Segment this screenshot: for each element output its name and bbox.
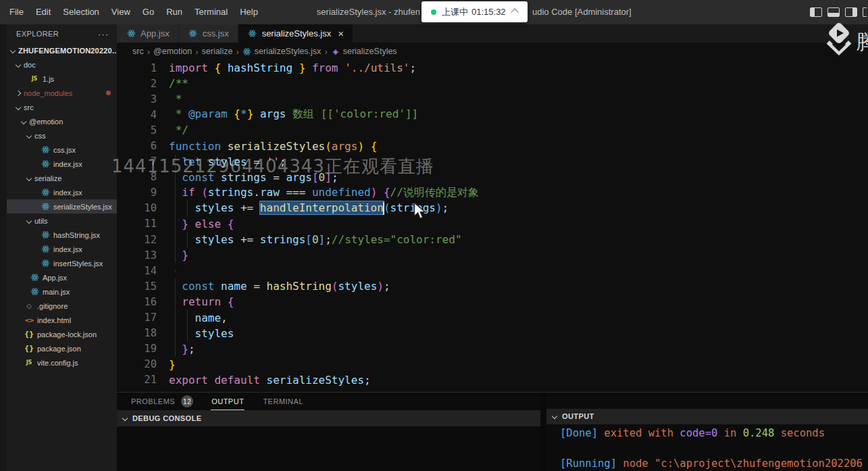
menu-selection[interactable]: Selection <box>57 0 105 24</box>
react-file-icon <box>188 29 199 38</box>
class-status-overlay[interactable]: 上课中 01:15:32 <box>422 1 528 22</box>
indent-guide <box>187 200 188 216</box>
output-section-header[interactable]: OUTPUT <box>546 409 868 424</box>
tree-item-serializestyles-jsx[interactable]: serializeStyles.jsx <box>7 199 117 214</box>
debug-console-header[interactable]: DEBUG CONSOLE <box>117 410 540 426</box>
tree-item-node-modules[interactable]: node_modules <box>7 86 117 100</box>
tree-item-hashstring-jsx[interactable]: hashString.jsx <box>7 228 117 242</box>
panel-tab-label: TERMINAL <box>262 393 304 410</box>
menu-view[interactable]: View <box>105 0 136 24</box>
tree-item-package-lock-json[interactable]: {}package-lock.json <box>7 327 117 341</box>
tab-app-jsx[interactable]: App.jsx <box>117 24 178 43</box>
menu-edit[interactable]: Edit <box>30 0 57 24</box>
tree-item-vite-config-js[interactable]: JSvite.config.js <box>7 355 117 370</box>
react-file-icon <box>40 259 51 268</box>
indent-guide <box>187 232 188 247</box>
panel-tab-output[interactable]: OUTPUT <box>211 393 245 410</box>
tree-item-insertstyles-jsx[interactable]: insertStyles.jsx <box>7 256 117 270</box>
menu-go[interactable]: Go <box>136 0 160 24</box>
code-line-21: 21export default serializeStyles; <box>117 372 868 388</box>
code-line-14: 14 <box>117 263 868 278</box>
tab-serializestyles-jsx[interactable]: serializeStyles.jsx× <box>238 24 353 43</box>
breadcrumb-serializestyles[interactable]: ◈serializeStyles <box>331 47 397 56</box>
line-number: 19 <box>117 343 157 355</box>
code-line-6: 6function serializeStyles(args) { <box>117 138 868 153</box>
panel-divider[interactable] <box>540 393 546 471</box>
tree-item-package-json[interactable]: {}package.json <box>7 341 117 355</box>
editor-group: App.jsxcss.jsxserializeStyles.jsx× src›@… <box>117 24 868 392</box>
tree-item-src[interactable]: src <box>7 100 117 114</box>
menu-help[interactable]: Help <box>234 0 264 24</box>
breadcrumb-serialize[interactable]: serialize <box>202 47 233 56</box>
code-editor[interactable]: 1import { hashString } from '../utils';2… <box>117 60 868 388</box>
line-number: 2 <box>117 78 157 90</box>
tab-label: serializeStyles.jsx <box>262 28 332 39</box>
code-line-7: 7 let styles = ''; <box>117 154 868 170</box>
tree-item-label: css.jsx <box>53 146 76 154</box>
line-number: 4 <box>117 109 157 121</box>
tree-item-label: src <box>24 103 34 111</box>
tree-item-label: hashString.jsx <box>53 231 100 239</box>
breadcrumb-serializestyles-jsx[interactable]: serializeStyles.jsx <box>242 47 322 56</box>
react-file-icon <box>40 245 51 253</box>
code-line-3: 3 * <box>117 91 868 107</box>
panel-tab-terminal[interactable]: TERMINAL <box>262 393 304 410</box>
line-number: 7 <box>117 155 157 168</box>
tree-item-label: vite.config.js <box>37 359 78 367</box>
line-number: 3 <box>117 93 157 105</box>
tree-item-emotion[interactable]: @emotion <box>7 114 117 128</box>
tree-item-utils[interactable]: utils <box>7 214 117 228</box>
explorer-actions-icon[interactable]: ··· <box>98 29 109 39</box>
tree-item-label: serializeStyles.jsx <box>53 203 112 211</box>
panel-tab-label: OUTPUT <box>211 393 245 410</box>
line-number: 1 <box>117 62 157 74</box>
breadcrumb-separator: › <box>195 47 198 57</box>
tree-item-1-js[interactable]: JS1.js <box>7 72 117 86</box>
tree-item-index-jsx[interactable]: index.jsx <box>7 242 117 256</box>
indent-guide <box>175 270 176 272</box>
output-line: [Done] exited with code=0 in 0.248 secon… <box>560 426 868 441</box>
toggle-secondary-sidebar-icon[interactable] <box>845 7 857 17</box>
menu-bar: FileEditSelectionViewGoRunTerminalHelp <box>0 0 264 24</box>
close-icon[interactable]: × <box>338 28 344 39</box>
tree-item-gitignore[interactable]: ◇.gitignore <box>7 299 117 313</box>
breadcrumb-emotion[interactable]: @emotion <box>153 47 192 56</box>
toggle-panel-icon[interactable] <box>827 7 840 17</box>
tree-item-css-jsx[interactable]: css.jsx <box>7 143 117 157</box>
tree-item-label: 1.js <box>43 75 54 83</box>
line-number: 5 <box>117 124 157 137</box>
chevron-down-icon <box>122 416 128 421</box>
react-file-icon <box>40 145 51 154</box>
indent-guide <box>175 154 176 170</box>
tree-item-app-jsx[interactable]: App.jsx <box>7 270 117 284</box>
tree-item-index-jsx[interactable]: index.jsx <box>7 185 117 199</box>
code-line-15: 15 const name = hashString(styles); <box>117 278 868 294</box>
tree-item-label: node_modules <box>24 89 72 97</box>
class-timer: 01:15:32 <box>471 7 506 17</box>
customize-layout-icon[interactable] <box>863 7 867 17</box>
tree-item-css[interactable]: css <box>7 128 117 143</box>
react-file-icon <box>40 230 51 239</box>
breadcrumb-label: serializeStyles <box>343 47 397 56</box>
tree-item-zhufengemotion20220[interactable]: ZHUFENGEMOTION20220... <box>7 43 117 57</box>
tree-item-main-jsx[interactable]: main.jsx <box>7 284 117 299</box>
menu-terminal[interactable]: Terminal <box>188 0 234 24</box>
tree-item-serialize[interactable]: serialize <box>7 171 117 185</box>
breadcrumb-src[interactable]: src <box>132 47 144 56</box>
tree-item-index-jsx[interactable]: index.jsx <box>7 157 117 171</box>
toggle-primary-sidebar-icon[interactable] <box>810 7 822 17</box>
tree-item-label: @emotion <box>29 118 63 126</box>
line-number: 11 <box>117 218 157 230</box>
line-number: 6 <box>117 140 157 152</box>
menu-run[interactable]: Run <box>160 0 188 24</box>
tree-item-label: css <box>34 132 46 140</box>
indent-guide <box>175 326 176 341</box>
panel-tab-problems[interactable]: PROBLEMS12 <box>130 393 193 410</box>
modified-dot-badge <box>106 91 111 95</box>
chevron-up-icon[interactable] <box>511 8 518 16</box>
menu-file[interactable]: File <box>3 0 30 24</box>
tree-item-doc[interactable]: doc <box>7 57 117 72</box>
tree-item-index-html[interactable]: <>index.html <box>7 313 117 327</box>
tab-css-jsx[interactable]: css.jsx <box>179 24 238 43</box>
indent-guide <box>175 200 176 216</box>
